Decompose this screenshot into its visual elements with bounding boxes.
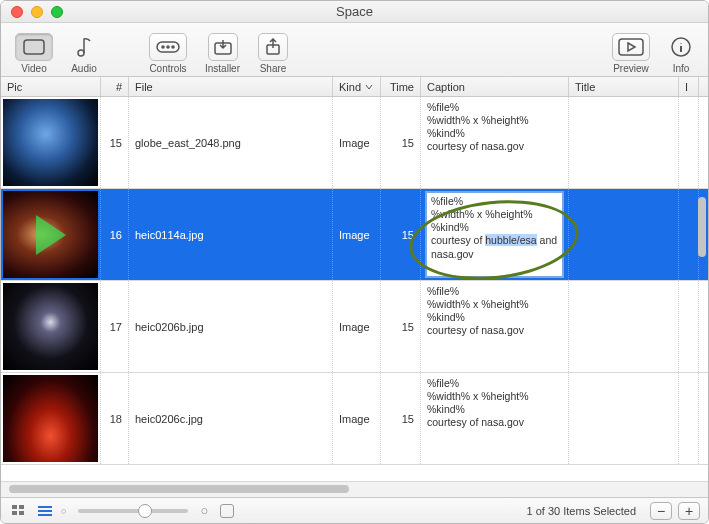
caption-cell[interactable]: %file% %width% x %height% %kind% courtes… <box>421 97 569 188</box>
fit-checkbox[interactable] <box>220 504 234 518</box>
audio-button[interactable]: Audio <box>65 33 103 74</box>
installer-button[interactable]: Installer <box>199 33 246 74</box>
col-number[interactable]: # <box>101 77 129 96</box>
window-controls <box>1 6 63 18</box>
minimize-window-button[interactable] <box>31 6 43 18</box>
controls-icon <box>156 41 180 53</box>
caption-selection: hubble/esa <box>485 234 536 246</box>
time-cell: 15 <box>381 373 421 464</box>
table-header: Pic # File Kind Time Caption Title I <box>1 77 708 97</box>
share-icon <box>265 38 281 56</box>
col-title[interactable]: Title <box>569 77 679 96</box>
thumbnail <box>3 191 98 278</box>
selection-status: 1 of 30 Items Selected <box>527 505 636 517</box>
thumbnail-size-slider[interactable] <box>78 509 188 513</box>
time-cell: 15 <box>381 97 421 188</box>
svg-rect-10 <box>12 505 17 509</box>
kind-cell: Image <box>333 97 381 188</box>
toolbar: Video Audio Controls Installer Share <box>1 23 708 77</box>
i-cell <box>679 97 699 188</box>
caption-cell[interactable]: %file% %width% x %height% %kind% courtes… <box>421 373 569 464</box>
footer: ○ ○ 1 of 30 Items Selected − + <box>1 497 708 523</box>
svg-rect-0 <box>24 40 44 54</box>
kind-cell: Image <box>333 281 381 372</box>
svg-point-3 <box>162 46 164 48</box>
caption-cell[interactable]: %file% %width% x %height% %kind% courtes… <box>421 189 569 280</box>
list-view-button[interactable] <box>35 503 55 519</box>
close-window-button[interactable] <box>11 6 23 18</box>
col-kind[interactable]: Kind <box>333 77 381 96</box>
table-body: 15globe_east_2048.pngImage15%file% %widt… <box>1 97 708 481</box>
video-button[interactable]: Video <box>9 33 59 74</box>
controls-button[interactable]: Controls <box>143 33 193 74</box>
time-cell: 15 <box>381 281 421 372</box>
svg-rect-12 <box>12 511 17 515</box>
video-icon <box>23 39 45 55</box>
col-file[interactable]: File <box>129 77 333 96</box>
thumbnail-cell[interactable] <box>1 97 101 188</box>
horizontal-scrollbar[interactable] <box>1 481 708 497</box>
window-title: Space <box>1 4 708 19</box>
file-name[interactable]: heic0206b.jpg <box>129 281 333 372</box>
svg-rect-13 <box>19 511 24 515</box>
thumbnail <box>3 99 98 186</box>
title-cell[interactable] <box>569 281 679 372</box>
svg-rect-8 <box>619 39 643 55</box>
audio-icon <box>75 36 93 58</box>
table-row[interactable]: 18heic0206c.jpgImage15%file% %width% x %… <box>1 373 708 465</box>
thumbnail-cell[interactable] <box>1 373 101 464</box>
thumbnail <box>3 375 98 462</box>
col-caption[interactable]: Caption <box>421 77 569 96</box>
titlebar: Space <box>1 1 708 23</box>
add-button[interactable]: + <box>678 502 700 520</box>
table-row[interactable]: 17heic0206b.jpgImage15%file% %width% x %… <box>1 281 708 373</box>
zoom-window-button[interactable] <box>51 6 63 18</box>
table-row[interactable]: 15globe_east_2048.pngImage15%file% %widt… <box>1 97 708 189</box>
app-window: Space Video Audio Controls Installer <box>0 0 709 524</box>
slider-min-icon: ○ <box>61 506 66 516</box>
file-name[interactable]: heic0114a.jpg <box>129 189 333 280</box>
row-number: 15 <box>101 97 129 188</box>
i-cell <box>679 373 699 464</box>
caption-cell[interactable]: %file% %width% x %height% %kind% courtes… <box>421 281 569 372</box>
caption-editor[interactable]: %file% %width% x %height% %kind% courtes… <box>427 193 562 276</box>
preview-icon <box>618 38 644 56</box>
time-cell: 15 <box>381 189 421 280</box>
grid-view-button[interactable] <box>9 503 29 519</box>
play-icon <box>36 215 66 255</box>
installer-icon <box>214 39 232 55</box>
col-pic[interactable]: Pic <box>1 77 101 96</box>
remove-button[interactable]: − <box>650 502 672 520</box>
thumbnail-cell[interactable] <box>1 189 101 280</box>
vertical-scrollbar[interactable] <box>698 197 706 257</box>
file-name[interactable]: heic0206c.jpg <box>129 373 333 464</box>
title-cell[interactable] <box>569 189 679 280</box>
svg-point-4 <box>167 46 169 48</box>
chevron-down-icon <box>365 84 373 90</box>
kind-cell: Image <box>333 373 381 464</box>
col-i[interactable]: I <box>679 77 699 96</box>
info-icon <box>671 37 691 57</box>
row-number: 17 <box>101 281 129 372</box>
share-button[interactable]: Share <box>252 33 294 74</box>
slider-knob[interactable] <box>138 504 152 518</box>
title-cell[interactable] <box>569 97 679 188</box>
svg-point-1 <box>78 50 84 56</box>
grid-icon <box>12 505 26 517</box>
i-cell <box>679 189 699 280</box>
col-time[interactable]: Time <box>381 77 421 96</box>
title-cell[interactable] <box>569 373 679 464</box>
row-number: 18 <box>101 373 129 464</box>
preview-button[interactable]: Preview <box>606 33 656 74</box>
kind-cell: Image <box>333 189 381 280</box>
table-row[interactable]: 16heic0114a.jpgImage15%file% %width% x %… <box>1 189 708 281</box>
info-button[interactable]: Info <box>662 33 700 74</box>
slider-max-icon: ○ <box>200 503 208 518</box>
svg-point-5 <box>172 46 174 48</box>
svg-rect-11 <box>19 505 24 509</box>
file-name[interactable]: globe_east_2048.png <box>129 97 333 188</box>
thumbnail-cell[interactable] <box>1 281 101 372</box>
scrollbar-thumb[interactable] <box>9 485 349 493</box>
row-number: 16 <box>101 189 129 280</box>
list-icon <box>38 505 52 517</box>
